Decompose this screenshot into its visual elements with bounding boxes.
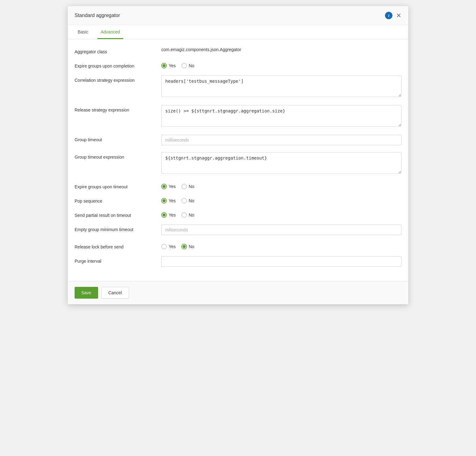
cancel-button[interactable]: Cancel bbox=[101, 287, 129, 299]
release-lock-radio-group: Yes No bbox=[161, 242, 401, 249]
pop-sequence-no-radio[interactable] bbox=[181, 198, 187, 204]
info-icon: i bbox=[385, 12, 392, 19]
send-partial-no-text: No bbox=[189, 213, 194, 217]
tabs: Basic Advanced bbox=[68, 25, 408, 39]
info-button[interactable]: i bbox=[385, 12, 392, 19]
dialog-header: Standard aggregator i ✕ bbox=[68, 6, 408, 25]
release-strategy-row: Release strategy expression size() >= ${… bbox=[75, 105, 401, 128]
expire-groups-timeout-no-text: No bbox=[189, 184, 194, 189]
release-lock-yes-text: Yes bbox=[169, 244, 176, 249]
aggregator-class-label: Aggregator class bbox=[75, 47, 161, 54]
correlation-strategy-control: headers['testbus_messageType'] bbox=[161, 75, 401, 98]
dialog-title: Standard aggregator bbox=[75, 13, 120, 18]
group-timeout-row: Group timeout bbox=[75, 135, 401, 145]
expire-groups-yes-radio[interactable] bbox=[161, 63, 167, 68]
release-lock-no-label[interactable]: No bbox=[181, 244, 194, 249]
release-lock-row: Release lock before send Yes No bbox=[75, 242, 401, 249]
pop-sequence-yes-text: Yes bbox=[169, 198, 176, 203]
expire-groups-yes-text: Yes bbox=[169, 63, 176, 68]
release-strategy-control: size() >= ${sttgnrt.stgnaggr.aggregation… bbox=[161, 105, 401, 128]
expire-groups-row: Expire groups upon completion Yes No bbox=[75, 61, 401, 68]
send-partial-yes-label[interactable]: Yes bbox=[161, 212, 176, 218]
close-icon: ✕ bbox=[396, 12, 401, 19]
save-button[interactable]: Save bbox=[75, 287, 98, 299]
expire-groups-timeout-no-radio[interactable] bbox=[181, 184, 187, 189]
aggregator-class-static: com.emagiz.components.json.Aggregator bbox=[161, 45, 241, 52]
purge-interval-control bbox=[161, 256, 401, 267]
purge-interval-input[interactable] bbox=[161, 256, 401, 267]
pop-sequence-yes-radio[interactable] bbox=[161, 198, 167, 204]
release-lock-label: Release lock before send bbox=[75, 242, 161, 249]
empty-group-label: Empty group minimum timeout bbox=[75, 225, 161, 232]
header-icons: i ✕ bbox=[385, 12, 401, 19]
expire-groups-yes-label[interactable]: Yes bbox=[161, 63, 176, 68]
pop-sequence-label: Pop sequence bbox=[75, 196, 161, 204]
pop-sequence-yes-label[interactable]: Yes bbox=[161, 198, 176, 204]
release-strategy-input[interactable]: size() >= ${sttgnrt.stgnaggr.aggregation… bbox=[161, 105, 401, 127]
close-button[interactable]: ✕ bbox=[396, 12, 401, 19]
correlation-strategy-label: Correlation strategy expression bbox=[75, 75, 161, 83]
purge-interval-label: Purge interval bbox=[75, 256, 161, 264]
group-timeout-expression-label: Group timeout expression bbox=[75, 152, 161, 160]
aggregator-class-row: Aggregator class com.emagiz.components.j… bbox=[75, 47, 401, 54]
tab-advanced[interactable]: Advanced bbox=[97, 25, 123, 39]
expire-groups-timeout-no-label[interactable]: No bbox=[181, 184, 194, 189]
expire-groups-timeout-label: Expire groups upon timeout bbox=[75, 182, 161, 189]
correlation-strategy-row: Correlation strategy expression headers[… bbox=[75, 75, 401, 98]
send-partial-radio-group: Yes No bbox=[161, 210, 401, 218]
group-timeout-control bbox=[161, 135, 401, 145]
release-lock-control: Yes No bbox=[161, 242, 401, 249]
expire-groups-timeout-control: Yes No bbox=[161, 182, 401, 189]
send-partial-yes-text: Yes bbox=[169, 213, 176, 217]
expire-groups-timeout-row: Expire groups upon timeout Yes No bbox=[75, 182, 401, 189]
expire-groups-no-text: No bbox=[189, 63, 194, 68]
release-lock-no-radio[interactable] bbox=[181, 244, 187, 249]
purge-interval-row: Purge interval bbox=[75, 256, 401, 267]
empty-group-row: Empty group minimum timeout bbox=[75, 225, 401, 235]
dialog-footer: Save Cancel bbox=[68, 281, 408, 304]
send-partial-no-label[interactable]: No bbox=[181, 212, 194, 218]
release-strategy-label: Release strategy expression bbox=[75, 105, 161, 112]
pop-sequence-row: Pop sequence Yes No bbox=[75, 196, 401, 204]
release-lock-no-text: No bbox=[189, 244, 194, 249]
dialog: Standard aggregator i ✕ Basic Advanced A… bbox=[68, 6, 408, 304]
dialog-body: Aggregator class com.emagiz.components.j… bbox=[68, 39, 408, 281]
release-lock-yes-radio[interactable] bbox=[161, 244, 167, 249]
expire-groups-timeout-radio-group: Yes No bbox=[161, 182, 401, 189]
empty-group-control bbox=[161, 225, 401, 235]
expire-groups-timeout-yes-text: Yes bbox=[169, 184, 176, 189]
expire-groups-control: Yes No bbox=[161, 61, 401, 68]
empty-group-input[interactable] bbox=[161, 225, 401, 235]
group-timeout-expression-row: Group timeout expression ${sttgnrt.stgna… bbox=[75, 152, 401, 175]
group-timeout-label: Group timeout bbox=[75, 135, 161, 142]
tab-basic[interactable]: Basic bbox=[75, 25, 91, 39]
expire-groups-radio-group: Yes No bbox=[161, 61, 401, 68]
send-partial-no-radio[interactable] bbox=[181, 212, 187, 218]
send-partial-label: Send partial result on timeout bbox=[75, 210, 161, 218]
expire-groups-no-label[interactable]: No bbox=[181, 63, 194, 68]
release-lock-yes-label[interactable]: Yes bbox=[161, 244, 176, 249]
pop-sequence-radio-group: Yes No bbox=[161, 196, 401, 204]
send-partial-yes-radio[interactable] bbox=[161, 212, 167, 218]
expire-groups-timeout-yes-radio[interactable] bbox=[161, 184, 167, 189]
send-partial-control: Yes No bbox=[161, 210, 401, 218]
aggregator-class-value: com.emagiz.components.json.Aggregator bbox=[161, 47, 401, 52]
pop-sequence-no-text: No bbox=[189, 198, 194, 203]
group-timeout-expression-input[interactable]: ${sttgnrt.stgnaggr.aggregation.timeout} bbox=[161, 152, 401, 174]
pop-sequence-no-label[interactable]: No bbox=[181, 198, 194, 204]
correlation-strategy-input[interactable]: headers['testbus_messageType'] bbox=[161, 75, 401, 97]
expire-groups-timeout-yes-label[interactable]: Yes bbox=[161, 184, 176, 189]
group-timeout-input[interactable] bbox=[161, 135, 401, 145]
pop-sequence-control: Yes No bbox=[161, 196, 401, 204]
expire-groups-no-radio[interactable] bbox=[181, 63, 187, 68]
send-partial-row: Send partial result on timeout Yes No bbox=[75, 210, 401, 218]
expire-groups-label: Expire groups upon completion bbox=[75, 61, 161, 68]
group-timeout-expression-control: ${sttgnrt.stgnaggr.aggregation.timeout} bbox=[161, 152, 401, 175]
